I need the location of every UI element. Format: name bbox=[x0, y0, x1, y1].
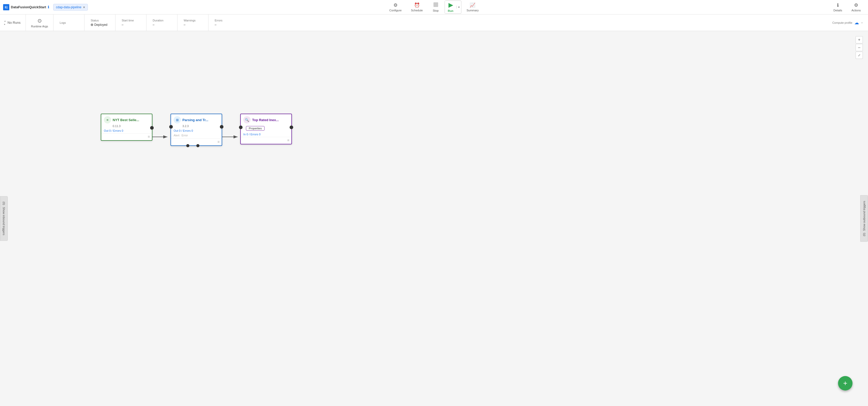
start-time-section: Start time – bbox=[116, 14, 147, 31]
node1-header: ≡ NYT Best Selle... bbox=[101, 114, 152, 124]
zoom-out-button[interactable]: – bbox=[856, 44, 863, 51]
start-time-value: – bbox=[122, 23, 123, 27]
node2-icon: ⊞ bbox=[174, 116, 181, 123]
node2-output-port bbox=[220, 125, 223, 129]
pipeline-tab[interactable]: cdap-data-pipeline × bbox=[53, 4, 88, 10]
tab-close-icon[interactable]: × bbox=[83, 5, 85, 9]
node2-header: ⊞ Parsing and Tr... bbox=[171, 114, 222, 124]
tab-bar: cdap-data-pipeline × bbox=[53, 4, 88, 10]
second-bar: ◂ ▸ No Runs ⊙ Runtime Args Logs Status D… bbox=[0, 14, 868, 31]
tab-label: cdap-data-pipeline bbox=[56, 5, 82, 9]
duration-section: Duration – bbox=[147, 14, 178, 31]
actions-icon: ⚙ bbox=[854, 2, 858, 8]
node2-stats: Out 0 / Errors 0 bbox=[171, 129, 222, 133]
start-time-label: Start time bbox=[122, 19, 134, 22]
compute-profile-section: Compute profile ☁ – bbox=[827, 14, 868, 31]
outbound-label: Show outbound triggers bbox=[863, 201, 866, 231]
warnings-section: Warnings – bbox=[178, 14, 209, 31]
next-run-button[interactable]: ▸ bbox=[4, 23, 5, 26]
zoom-fit-button[interactable]: ⤢ bbox=[856, 52, 863, 59]
node3-footer: ≡ bbox=[241, 137, 291, 144]
pipeline-arrows bbox=[0, 31, 868, 406]
add-pipeline-button[interactable]: + bbox=[838, 376, 852, 391]
node2-footer: ≡ bbox=[171, 138, 222, 146]
node2-version: 3.2.3 bbox=[171, 124, 222, 129]
node3-menu-icon[interactable]: ≡ bbox=[287, 138, 289, 142]
status-section: Status Deployed bbox=[85, 14, 116, 31]
node1-output-port bbox=[150, 126, 154, 130]
summary-icon: 📈 bbox=[470, 2, 475, 8]
run-nav-arrows: ◂ ▸ bbox=[4, 20, 5, 26]
zoom-controls: + – ⤢ bbox=[856, 36, 863, 59]
prev-run-button[interactable]: ◂ bbox=[4, 20, 5, 23]
status-dot-icon bbox=[91, 24, 93, 26]
node-nyt-bestseller[interactable]: ≡ NYT Best Selle... 0.11.3 Out 0 / Error… bbox=[101, 114, 152, 141]
node1-menu-icon[interactable]: ≡ bbox=[148, 134, 150, 139]
outbound-count: (0) bbox=[863, 233, 866, 236]
no-runs-label: No Runs bbox=[7, 21, 21, 25]
schedule-button[interactable]: ⏰ Schedule bbox=[407, 1, 427, 13]
summary-button[interactable]: 📈 Summary bbox=[462, 1, 483, 13]
node2-title: Parsing and Tr... bbox=[182, 118, 208, 122]
app-name: DataFusionQuickStart bbox=[11, 5, 46, 9]
no-runs-section: ◂ ▸ No Runs bbox=[0, 14, 26, 31]
outbound-triggers-panel[interactable]: (0) Show outbound triggers bbox=[860, 195, 868, 242]
stop-icon bbox=[433, 2, 438, 8]
pipeline-canvas: (0) Show inbound triggers (0) Show outbo… bbox=[0, 31, 868, 406]
play-icon: ▶ bbox=[448, 2, 453, 8]
run-dropdown-button[interactable]: ▾ bbox=[457, 6, 461, 8]
errors-section: Errors – bbox=[209, 14, 240, 31]
configure-button[interactable]: ⚙ Configure bbox=[385, 1, 406, 13]
run-group: ▶ Run ▾ bbox=[444, 1, 461, 14]
warnings-value: – bbox=[184, 23, 185, 27]
status-value: Deployed bbox=[91, 23, 107, 27]
node2-alert-port bbox=[186, 144, 189, 147]
node1-footer: ≡ bbox=[101, 133, 152, 140]
node3-header: 🔍 Top Rated Inex... bbox=[241, 114, 291, 124]
node3-stats: In 0 / Errors 0 bbox=[241, 132, 291, 137]
duration-value: – bbox=[153, 23, 154, 27]
actions-button[interactable]: ⚙ Actions bbox=[847, 1, 865, 13]
node1-stats: Out 0 / Errors 0 bbox=[101, 129, 152, 133]
compute-profile-dash: – bbox=[861, 21, 863, 25]
duration-label: Duration bbox=[153, 19, 163, 22]
node-parsing-transform[interactable]: ⊞ Parsing and Tr... 3.2.3 Out 0 / Errors… bbox=[170, 114, 222, 146]
top-bar: E| DataFusionQuickStart ℹ cdap-data-pipe… bbox=[0, 0, 868, 14]
cloud-icon: ☁ bbox=[854, 20, 859, 26]
node3-output-port bbox=[289, 126, 293, 129]
inbound-label: Show inbound triggers bbox=[2, 207, 5, 235]
inbound-count: (0) bbox=[2, 202, 5, 205]
zoom-in-button[interactable]: + bbox=[856, 36, 863, 43]
node3-properties-wrapper: Properties bbox=[241, 124, 291, 132]
node2-alert-row: Alert Error bbox=[171, 133, 222, 138]
node3-icon: 🔍 bbox=[243, 116, 251, 123]
center-toolbar: ⚙ Configure ⏰ Schedule Stop ▶ Run ▾ 📈 Su… bbox=[385, 1, 483, 14]
warnings-label: Warnings bbox=[184, 19, 195, 22]
node1-icon: ≡ bbox=[104, 116, 111, 123]
details-icon: ℹ bbox=[837, 2, 839, 8]
node1-title: NYT Best Selle... bbox=[113, 118, 139, 122]
stop-button[interactable]: Stop bbox=[428, 1, 443, 13]
logs-button[interactable]: Logs bbox=[54, 14, 85, 31]
runtime-args-icon: ⊙ bbox=[37, 18, 42, 24]
node-top-rated[interactable]: 🔍 Top Rated Inex... Properties In 0 / Er… bbox=[240, 114, 292, 144]
node1-version: 0.11.3 bbox=[101, 124, 152, 129]
node3-input-port bbox=[239, 126, 243, 129]
dropdown-arrow-icon: ▾ bbox=[458, 6, 460, 8]
status-label: Status bbox=[91, 19, 99, 22]
node3-properties-button[interactable]: Properties bbox=[246, 126, 265, 131]
run-button[interactable]: ▶ Run bbox=[445, 1, 457, 13]
inbound-triggers-panel[interactable]: (0) Show inbound triggers bbox=[0, 196, 8, 241]
node2-alert-label[interactable]: Alert bbox=[174, 134, 180, 137]
configure-icon: ⚙ bbox=[394, 2, 398, 8]
info-icon[interactable]: ℹ bbox=[48, 5, 49, 9]
node2-error-label[interactable]: Error bbox=[182, 134, 188, 137]
node3-title: Top Rated Inex... bbox=[252, 118, 279, 122]
details-button[interactable]: ℹ Details bbox=[829, 1, 846, 13]
runtime-args-button[interactable]: ⊙ Runtime Args bbox=[26, 14, 54, 31]
app-logo: E| DataFusionQuickStart ℹ bbox=[3, 4, 49, 10]
errors-value: – bbox=[215, 23, 216, 27]
compute-profile-label: Compute profile bbox=[832, 21, 852, 24]
node2-error-port bbox=[196, 144, 199, 147]
node2-menu-icon[interactable]: ≡ bbox=[218, 140, 220, 144]
